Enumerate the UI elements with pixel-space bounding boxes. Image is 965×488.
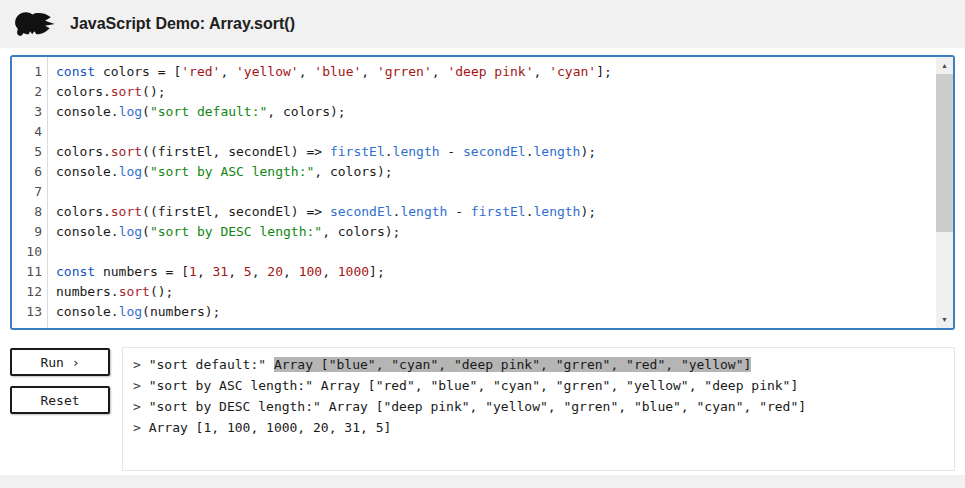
code-editor[interactable]: 12345678910111213 const colors = ['red',… xyxy=(10,55,955,330)
line-number: 10 xyxy=(12,242,42,262)
console-row[interactable]: > Array [1, 100, 1000, 20, 31, 5] xyxy=(133,417,944,438)
console-output[interactable]: > "sort default:" Array ["blue", "cyan",… xyxy=(122,347,955,471)
scroll-up-icon[interactable]: ▲ xyxy=(936,57,953,74)
code-line[interactable]: numbers.sort(); xyxy=(56,282,929,302)
page-header: JavaScript Demo: Array.sort() xyxy=(0,0,965,48)
line-number: 1 xyxy=(12,62,42,82)
console-prompt: > xyxy=(133,378,149,393)
code-line[interactable]: console.log(numbers); xyxy=(56,302,929,322)
dino-logo-icon xyxy=(14,9,56,39)
line-number: 3 xyxy=(12,102,42,122)
line-number: 12 xyxy=(12,282,42,302)
code-line[interactable]: colors.sort(); xyxy=(56,82,929,102)
line-number: 6 xyxy=(12,162,42,182)
code-line[interactable]: console.log("sort by DESC length:", colo… xyxy=(56,222,929,242)
code-line[interactable] xyxy=(56,122,929,142)
code-line[interactable] xyxy=(56,182,929,202)
selected-text: Array ["blue", "cyan", "deep pink", "grr… xyxy=(274,357,751,372)
console-row[interactable]: > "sort by DESC length:" Array ["deep pi… xyxy=(133,396,944,417)
code-line[interactable]: colors.sort((firstEl, secondEl) => secon… xyxy=(56,202,929,222)
console-prompt: > xyxy=(133,357,149,372)
line-number: 9 xyxy=(12,222,42,242)
code-line[interactable]: console.log("sort by ASC length:", color… xyxy=(56,162,929,182)
scroll-down-icon[interactable]: ▼ xyxy=(936,311,953,328)
reset-button[interactable]: Reset xyxy=(10,386,110,414)
code-line[interactable]: const colors = ['red', 'yellow', 'blue',… xyxy=(56,62,929,82)
footer-strip xyxy=(0,475,965,488)
console-prompt: > xyxy=(133,420,149,435)
code-line[interactable]: console.log("sort default:", colors); xyxy=(56,102,929,122)
page-title: JavaScript Demo: Array.sort() xyxy=(70,15,295,33)
code-line[interactable] xyxy=(56,242,929,262)
scrollbar-thumb[interactable] xyxy=(936,74,953,232)
line-number: 5 xyxy=(12,142,42,162)
line-number: 4 xyxy=(12,122,42,142)
code-line[interactable]: const numbers = [1, 31, 5, 20, 100, 1000… xyxy=(56,262,929,282)
run-button[interactable]: Run › xyxy=(10,348,110,376)
editor-code[interactable]: const colors = ['red', 'yellow', 'blue',… xyxy=(48,57,953,328)
editor-gutter: 12345678910111213 xyxy=(12,57,48,328)
line-number: 2 xyxy=(12,82,42,102)
console-prompt: > xyxy=(133,399,149,414)
editor-scrollbar[interactable]: ▲ ▼ xyxy=(936,57,953,328)
console-row[interactable]: > "sort default:" Array ["blue", "cyan",… xyxy=(133,354,944,375)
line-number: 8 xyxy=(12,202,42,222)
line-number: 7 xyxy=(12,182,42,202)
line-number: 11 xyxy=(12,262,42,282)
console-row[interactable]: > "sort by ASC length:" Array ["red", "b… xyxy=(133,375,944,396)
code-line[interactable]: colors.sort((firstEl, secondEl) => first… xyxy=(56,142,929,162)
line-number: 13 xyxy=(12,302,42,322)
